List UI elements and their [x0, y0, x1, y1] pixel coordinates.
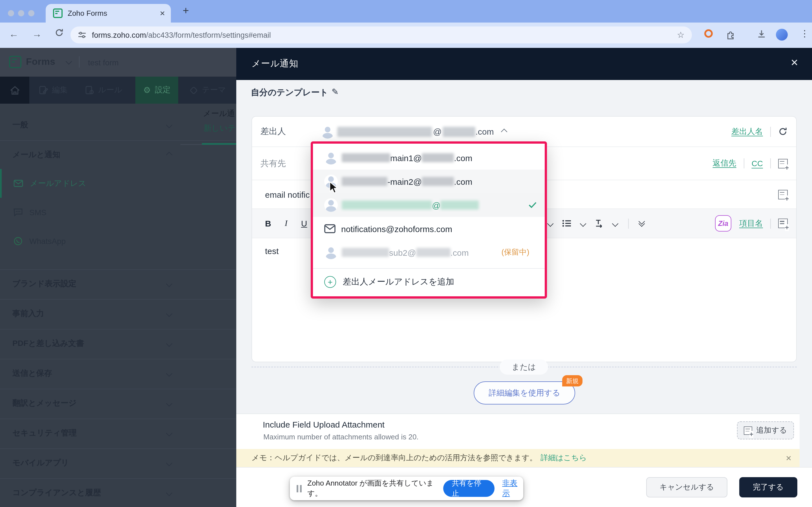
sender-option-selected[interactable]: @ — [313, 193, 545, 217]
sender-collapse-chevron[interactable] — [501, 128, 507, 135]
sidebar-item-pdf-merge[interactable]: PDFと差し込み文書 — [0, 329, 236, 358]
add-sender-email-button[interactable]: + 差出人メールアドレスを追加 — [313, 269, 545, 295]
note-close-icon[interactable]: ✕ — [785, 454, 792, 462]
traffic-lights[interactable] — [8, 8, 38, 18]
tab-title: Zoho Forms — [68, 9, 107, 17]
underline-button[interactable]: U — [301, 219, 307, 228]
sender-label: 差出人 — [260, 126, 321, 137]
zoho-forms-logo[interactable] — [9, 56, 21, 68]
home-icon — [9, 85, 20, 95]
modal-header: メール通知 ✕ — [236, 48, 812, 80]
tab-close-icon[interactable]: ✕ — [160, 9, 165, 17]
chevron-down-icon[interactable] — [547, 220, 554, 227]
sidebar-item-mobile-app[interactable]: モバイルアプリ — [0, 448, 236, 478]
field-name-link[interactable]: 項目名 — [739, 218, 763, 228]
hide-link[interactable]: 非表示 — [502, 478, 523, 499]
sidebar-item-submit-save[interactable]: 送信と保存 — [0, 359, 236, 388]
divider — [770, 218, 771, 228]
browser-menu-kebab-icon[interactable]: ⋮ — [800, 28, 809, 39]
new-badge: 新規 — [562, 375, 582, 386]
more-tools-double-chevron-icon[interactable] — [640, 221, 644, 226]
cancel-button[interactable]: キャンセルする — [646, 477, 727, 497]
gear-icon: ⚙ — [143, 85, 151, 95]
merge-field-icon[interactable] — [778, 159, 788, 168]
nav-edit-label: 編集 — [52, 85, 68, 95]
envelope-icon — [13, 180, 23, 187]
back-icon[interactable]: ← — [9, 29, 18, 40]
nav-settings-label: 設定 — [155, 85, 170, 95]
extensions-puzzle-icon[interactable] — [726, 30, 735, 42]
download-icon[interactable] — [757, 29, 766, 41]
add-attachment-button[interactable]: 追加する — [737, 421, 794, 439]
envelope-icon — [324, 224, 336, 233]
stop-sharing-button[interactable]: 共有を停止 — [444, 480, 495, 497]
profile-avatar[interactable] — [776, 29, 788, 41]
nav-settings-tab-selected[interactable]: ⚙ 設定 — [135, 76, 179, 104]
nav-rules-tab[interactable]: ルール — [85, 76, 122, 104]
bookmark-star-icon[interactable]: ☆ — [677, 30, 684, 40]
or-label: または — [500, 359, 548, 375]
blurred-segment — [416, 248, 451, 257]
nav-edit-tab[interactable]: 編集 — [39, 76, 68, 104]
chevron-down-icon — [166, 122, 172, 128]
blurred-email-segment — [443, 126, 475, 136]
sidebar-item-security[interactable]: セキュリティ管理 — [0, 418, 236, 448]
zia-ai-button[interactable]: Zia — [715, 215, 731, 231]
minimize-window-button[interactable] — [18, 10, 24, 16]
brand-name[interactable]: Forms — [26, 56, 55, 68]
reply-to-link[interactable]: 返信先 — [713, 158, 737, 168]
chevron-down-icon[interactable] — [612, 220, 619, 227]
bullet-list-icon[interactable] — [562, 220, 571, 227]
pause-bars-icon — [297, 485, 302, 492]
browser-tab[interactable]: Zoho Forms ✕ — [46, 4, 171, 22]
reload-icon[interactable] — [55, 28, 64, 40]
sender-option-notifications[interactable]: notifications@zohoforms.com — [313, 217, 545, 240]
sidebar-item-email-address-selected[interactable]: メールアドレス — [0, 169, 236, 198]
modal-close-icon[interactable]: ✕ — [791, 57, 799, 69]
italic-button[interactable]: I — [285, 219, 288, 228]
cc-link[interactable]: CC — [752, 159, 763, 168]
refresh-icon[interactable] — [778, 127, 788, 136]
settings-page-tabs: メール通 新しいテ — [181, 104, 236, 171]
sender-option-main1[interactable]: main1@ .com — [313, 146, 545, 170]
plus-circle-icon: + — [324, 276, 336, 288]
zoom-window-button[interactable] — [28, 10, 35, 16]
merge-field-icon[interactable] — [778, 219, 788, 228]
sidebar-item-compliance[interactable]: コンプライアンスと履歴 — [0, 478, 236, 507]
close-window-button[interactable] — [8, 10, 14, 16]
sidebar-item-whatsapp[interactable]: WhatsApp — [0, 226, 236, 255]
sidebar-item-prefill[interactable]: 事前入力 — [0, 299, 236, 328]
sender-name-link[interactable]: 差出人名 — [731, 126, 763, 136]
tab-mail-notification-partial[interactable]: メール通 — [203, 109, 235, 119]
tab-new-template-partial[interactable]: 新しいテ — [204, 123, 236, 133]
done-button[interactable]: 完了する — [739, 477, 797, 497]
sender-option-sub2-pending[interactable]: sub2@ .com (保留中) — [313, 240, 545, 264]
forward-icon[interactable]: → — [32, 29, 42, 40]
site-settings-icon[interactable] — [78, 31, 86, 39]
sidebar-item-sms[interactable]: SMS — [0, 198, 236, 226]
sidebar-item-translations[interactable]: 翻訳とメッセージ — [0, 389, 236, 418]
nav-theme-tab[interactable]: テーマ — [190, 76, 226, 104]
blurred-segment-green — [441, 201, 479, 210]
nav-home-tab[interactable] — [0, 76, 29, 104]
url-text: forms.zoho.com/abc433/form/testform/sett… — [92, 31, 271, 39]
note-details-link[interactable]: 詳細はこちら — [541, 453, 587, 463]
chevron-down-icon[interactable] — [66, 58, 72, 65]
blurred-segment — [342, 248, 389, 257]
chevron-down-icon[interactable] — [580, 220, 587, 227]
blurred-segment — [422, 177, 454, 186]
new-tab-button[interactable]: + — [183, 4, 189, 17]
blurred-segment — [342, 153, 390, 162]
bold-button[interactable]: B — [265, 219, 271, 228]
edit-pencil-icon[interactable]: ✎ — [332, 87, 339, 97]
text-direction-icon[interactable] — [595, 219, 603, 228]
sender-option-main2-hovered[interactable]: -main2@ .com — [313, 170, 545, 193]
address-bar[interactable]: forms.zoho.com/abc433/form/testform/sett… — [70, 26, 692, 43]
divider — [744, 158, 744, 168]
advanced-editor-button[interactable]: 詳細編集を使用する 新規 — [474, 381, 575, 404]
sidebar-item-branding[interactable]: ブランド表示設定 — [0, 269, 236, 298]
merge-field-icon[interactable] — [778, 189, 788, 199]
recording-indicator-icon[interactable] — [704, 29, 713, 38]
rules-doc-icon — [85, 86, 94, 95]
share-message: Zoho Annotator が画面を共有しています。 — [307, 478, 438, 499]
